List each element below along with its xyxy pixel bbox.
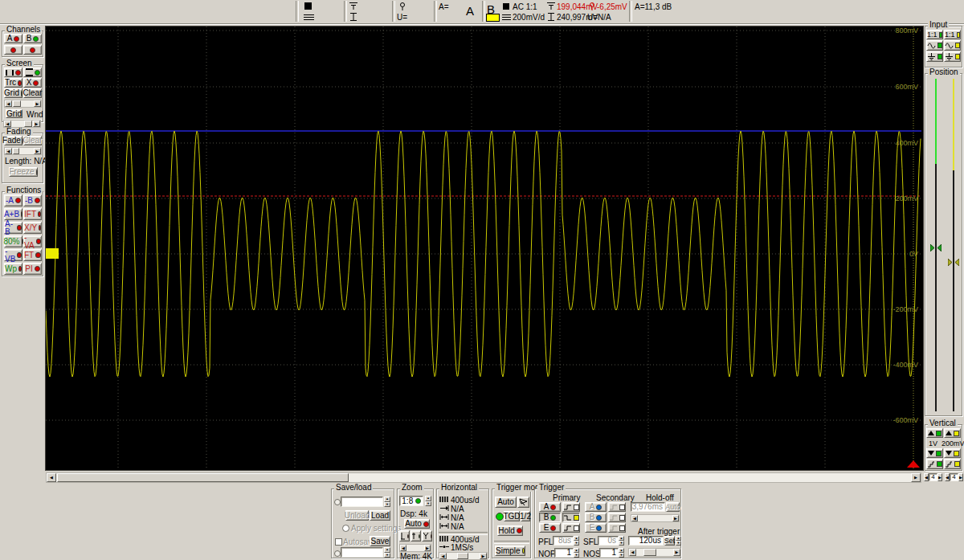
half-button[interactable]: 1/2: [521, 511, 530, 521]
zoom-cursor2-button[interactable]: [411, 530, 421, 542]
function-button--A[interactable]: -A: [4, 194, 22, 206]
scroll-right-button[interactable]: ▶: [480, 553, 487, 559]
primary-a-edge-button[interactable]: [562, 502, 580, 512]
position-slider-b[interactable]: [948, 79, 959, 411]
nos-spinner[interactable]: ▲▼: [619, 548, 624, 558]
function-button--VB[interactable]: -VB: [4, 249, 22, 261]
scroll-right-button[interactable]: ▶: [424, 545, 431, 551]
secondary-e-button[interactable]: E: [585, 523, 607, 533]
autosave-checkbox[interactable]: [335, 538, 342, 546]
range-down-a-button[interactable]: [926, 448, 943, 458]
scroll-left-button[interactable]: ◀: [400, 545, 406, 551]
scroll-left-button[interactable]: ◀: [631, 515, 638, 521]
fine-shift-a-button[interactable]: [926, 459, 943, 469]
secondary-a-button[interactable]: A: [585, 502, 607, 512]
scroll-right-button[interactable]: ▶: [911, 473, 921, 482]
primary-e-button[interactable]: E: [539, 523, 561, 533]
scroll-left-button[interactable]: ◀: [5, 100, 12, 107]
load-file-input[interactable]: [341, 497, 383, 507]
probe-ratio-b-button[interactable]: 1:1: [944, 30, 961, 39]
function-button-A+B[interactable]: A+B: [4, 208, 22, 220]
primary-b-edge-button[interactable]: [562, 513, 580, 522]
channel-a2-button[interactable]: [4, 45, 22, 55]
channel-b2-button[interactable]: [23, 45, 42, 55]
position-slider-a[interactable]: [930, 79, 942, 411]
after-trigger-scrollbar[interactable]: ◀ ▶: [628, 548, 681, 557]
fine-shift-b-button[interactable]: [944, 459, 961, 469]
save-file-input[interactable]: [341, 547, 383, 558]
primary-a-button[interactable]: A: [539, 502, 561, 512]
after-trigger-set-button[interactable]: Set: [664, 536, 675, 546]
range-up-b-button[interactable]: [944, 428, 961, 438]
scroll-right-button[interactable]: ▶: [34, 148, 41, 154]
after-trigger-spinner[interactable]: ▲▼: [676, 536, 681, 546]
nos-input[interactable]: 1: [599, 548, 619, 558]
scroll-right-button[interactable]: ▶: [672, 515, 679, 521]
scope-display[interactable]: 800mV600mV400mV200mV0V-200mV-400mV-600mV: [46, 27, 921, 468]
holdoff-input[interactable]: 3,976ms: [631, 502, 665, 512]
scroll-left-button[interactable]: ◀: [629, 549, 636, 556]
channel-a-button[interactable]: A: [4, 34, 22, 43]
range-up-a-button[interactable]: [926, 428, 943, 438]
function-button-A-B[interactable]: A-B: [4, 222, 22, 234]
unload-button[interactable]: Unload: [345, 510, 369, 521]
function-button-80%[interactable]: 80%: [4, 235, 22, 247]
secondary-e-edge-button[interactable]: [608, 523, 626, 533]
nop-input[interactable]: 1: [554, 548, 574, 558]
freeze-button[interactable]: Freeze: [9, 167, 38, 177]
fade-button[interactable]: Fade: [4, 136, 22, 145]
scroll-right-button[interactable]: ▶: [673, 549, 680, 556]
simple-button[interactable]: Simple: [495, 546, 525, 556]
hold-button[interactable]: Hold: [497, 525, 523, 536]
secondary-b-button[interactable]: B: [585, 513, 607, 522]
zoom-cursor3-button[interactable]: [422, 530, 432, 542]
trigger-auto-button[interactable]: Auto: [495, 497, 517, 508]
zoom-auto-button[interactable]: Auto: [404, 519, 430, 529]
zoom-cursor1-button[interactable]: [399, 530, 410, 542]
holdoff-scrollbar[interactable]: ◀ ▶: [631, 514, 680, 522]
scroll-left-button[interactable]: ◀: [439, 553, 447, 559]
spin-right-button[interactable]: ▶: [958, 473, 963, 481]
continuous-button[interactable]: [23, 67, 42, 77]
zoom-scrollbar[interactable]: ◀ ▶: [399, 544, 431, 552]
channel-b-button[interactable]: B: [23, 34, 42, 43]
scroll-right-button[interactable]: ▶: [33, 121, 40, 127]
sfl-input[interactable]: 0s: [598, 536, 619, 546]
function-button-FT[interactable]: FT: [23, 249, 42, 261]
xy-button[interactable]: X: [23, 78, 42, 88]
coupling-gnd-b-button[interactable]: [944, 51, 961, 62]
zoom-ratio-input[interactable]: 1:8: [399, 496, 423, 506]
after-trigger-input[interactable]: 120us: [628, 536, 664, 546]
tgd-button[interactable]: TGD: [504, 511, 520, 521]
fade-clear-button[interactable]: Clear: [23, 136, 42, 145]
vertical-spinner-b[interactable]: ◀ 4 ▶: [945, 473, 963, 481]
function-button-IFT[interactable]: IFT: [23, 208, 42, 220]
spin-right-button[interactable]: ▶: [937, 473, 942, 481]
horizontal-scrollbar[interactable]: ◀ ▶: [439, 552, 488, 560]
holdoff-auto-button[interactable]: Auto: [666, 502, 680, 512]
position-slider-b-handle[interactable]: [948, 259, 959, 266]
grid-mode-button[interactable]: Grid: [6, 109, 22, 118]
nop-spinner[interactable]: ▲▼: [574, 548, 579, 558]
pfl-spinner[interactable]: ▲▼: [574, 536, 579, 546]
pfl-input[interactable]: 8us: [553, 536, 574, 546]
coupling-ac-a-button[interactable]: [926, 40, 943, 51]
function-button--B[interactable]: -B: [23, 194, 42, 206]
save-file-spinner[interactable]: ▲▼: [384, 547, 390, 558]
position-slider-a-handle[interactable]: [930, 244, 942, 251]
primary-b-button[interactable]: B: [539, 513, 561, 522]
save-button[interactable]: Save: [370, 536, 390, 546]
scroll-left-button[interactable]: ◀: [5, 148, 12, 154]
secondary-a-edge-button[interactable]: [608, 502, 626, 512]
grid-intensity-scrollbar[interactable]: ◀ ▶: [4, 100, 42, 108]
function-button--VA[interactable]: -VA: [23, 235, 42, 247]
sfl-spinner[interactable]: ▲▼: [619, 536, 624, 546]
probe-ratio-a-button[interactable]: 1:1: [926, 30, 943, 39]
scroll-right-button[interactable]: ▶: [34, 100, 41, 107]
load-button[interactable]: Load: [370, 510, 390, 521]
fade-scrollbar[interactable]: ◀ ▶: [4, 147, 42, 155]
clear-button[interactable]: Clear: [23, 88, 42, 98]
apply-settings-radio[interactable]: [342, 525, 349, 532]
pause-button[interactable]: [4, 67, 22, 77]
scroll-left-button[interactable]: ◀: [4, 121, 11, 127]
